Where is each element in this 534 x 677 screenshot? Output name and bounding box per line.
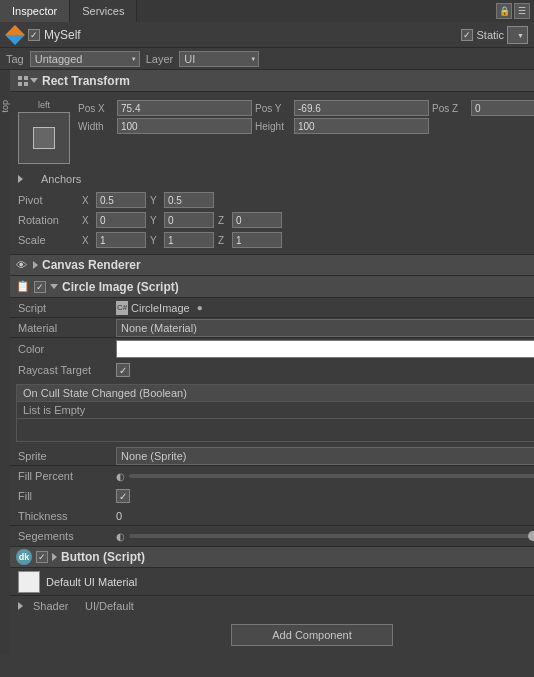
sprite-label: Sprite — [18, 450, 108, 462]
rect-transform-header[interactable]: Rect Transform ⊞ ↺ ⚙ — [10, 70, 534, 92]
btn-triangle — [52, 553, 57, 561]
anchors-triangle[interactable] — [18, 175, 23, 183]
canvas-renderer-triangle — [33, 261, 38, 269]
lock-icon[interactable]: 🔒 — [496, 3, 512, 19]
anchor-icon — [16, 74, 30, 88]
layer-dropdown[interactable]: UI — [179, 51, 259, 67]
raycast-row: Raycast Target — [10, 360, 534, 380]
tab-bar: Inspector Services 🔒 ☰ — [0, 0, 534, 22]
anchors-label: Anchors — [41, 173, 81, 185]
gameobject-active-checkbox[interactable] — [28, 29, 40, 41]
pivot-y-axis: Y — [150, 195, 162, 206]
rotation-row: Rotation X Y Z — [10, 210, 534, 230]
event-header: On Cull State Changed (Boolean) — [17, 385, 534, 402]
tag-layer-row: Tag Untagged Layer UI — [0, 48, 534, 70]
width-input[interactable] — [117, 118, 252, 134]
tab-inspector[interactable]: Inspector — [0, 0, 70, 22]
fill-checkbox[interactable] — [116, 489, 130, 503]
gameobject-name[interactable]: MySelf — [44, 28, 81, 42]
ci-active-checkbox[interactable] — [34, 281, 46, 293]
script-row: Script C# CircleImage ● — [10, 298, 534, 318]
fill-percent-slider[interactable] — [129, 474, 534, 478]
pivot-x-input[interactable] — [96, 192, 146, 208]
script-circle-icon[interactable]: ● — [197, 302, 203, 313]
sidebar-label-top: top — [0, 100, 10, 113]
material-value[interactable]: None (Material) — [116, 319, 534, 337]
pos-y-group: Pos Y — [255, 100, 429, 116]
script-ref[interactable]: C# CircleImage ● — [116, 301, 203, 315]
thickness-label: Thickness — [18, 510, 108, 522]
pivot-x-field: X — [82, 192, 146, 208]
unity-logo — [6, 26, 24, 44]
event-footer: + − — [17, 418, 534, 441]
pivot-widget[interactable] — [18, 112, 70, 164]
pos-x-label: Pos X — [78, 103, 114, 114]
rotation-label: Rotation — [18, 214, 78, 226]
rect-transform-title: Rect Transform — [42, 74, 130, 88]
scale-row: Scale X Y Z — [10, 230, 534, 250]
canvas-renderer-header[interactable]: 👁 Canvas Renderer ⊞ ↺ ⚙ — [10, 254, 534, 276]
eye-icon: 👁 — [16, 259, 27, 271]
raycast-checkbox[interactable] — [116, 363, 130, 377]
pos-z-group: Pos Z — [432, 100, 534, 116]
pivot-y-input[interactable] — [164, 192, 214, 208]
circle-image-title: Circle Image (Script) — [62, 280, 179, 294]
scale-z-input[interactable] — [232, 232, 282, 248]
material-section: Default UI Material ⊞ ⚙ Shader UI/Defaul… — [10, 568, 534, 616]
segments-thumb[interactable] — [528, 531, 534, 541]
shader-label: Shader — [33, 600, 79, 612]
static-checkbox[interactable] — [461, 29, 473, 41]
static-label: Static — [476, 29, 504, 41]
segments-slider[interactable] — [129, 534, 534, 538]
raycast-label: Raycast Target — [18, 364, 108, 376]
scale-y-axis: Y — [150, 235, 162, 246]
shader-row: Shader UI/Default UI/Default — [10, 596, 534, 616]
thickness-row: Thickness 0 — [10, 506, 534, 526]
pos-y-input[interactable] — [294, 100, 429, 116]
button-script-header[interactable]: dk Button (Script) ⊞ ↺ ⚙ — [10, 546, 534, 568]
menu-icon[interactable]: ☰ — [514, 3, 530, 19]
scale-x-input[interactable] — [96, 232, 146, 248]
tag-dropdown[interactable]: Untagged — [30, 51, 140, 67]
rotation-y-axis: Y — [150, 215, 162, 226]
anchors-row: Anchors — [10, 168, 534, 190]
add-component-button[interactable]: Add Component — [231, 624, 393, 646]
material-name: Default UI Material — [46, 576, 534, 588]
tab-services[interactable]: Services — [70, 0, 137, 22]
rotation-z-input[interactable] — [232, 212, 282, 228]
tag-label: Tag — [6, 53, 24, 65]
scale-y-input[interactable] — [164, 232, 214, 248]
height-group: Height — [255, 118, 429, 134]
static-dropdown[interactable] — [507, 26, 528, 44]
dk-icon: dk — [16, 549, 32, 565]
color-row: Color ✏ — [10, 338, 534, 360]
svg-rect-3 — [24, 82, 28, 86]
pivot-label: Pivot — [18, 194, 78, 206]
rotation-y-input[interactable] — [164, 212, 214, 228]
pos-z-input[interactable] — [471, 100, 534, 116]
rotation-y-field: Y — [150, 212, 214, 228]
segments-label: Segements — [18, 530, 108, 542]
script-file-icon: C# — [116, 301, 128, 315]
button-script-title: Button (Script) — [61, 550, 145, 564]
pos-y-label: Pos Y — [255, 103, 291, 114]
height-input[interactable] — [294, 118, 429, 134]
material-label: Material — [18, 322, 108, 334]
sprite-value[interactable]: None (Sprite) — [116, 447, 534, 465]
svg-rect-2 — [18, 82, 22, 86]
scale-z-axis: Z — [218, 235, 230, 246]
circle-image-content: Script C# CircleImage ● Material None (M… — [10, 298, 534, 546]
rotation-x-input[interactable] — [96, 212, 146, 228]
scale-z-field: Z — [218, 232, 282, 248]
color-swatch[interactable] — [116, 340, 534, 358]
left-sidebar: top — [0, 70, 10, 654]
pos-x-input[interactable] — [117, 100, 252, 116]
circle-image-header[interactable]: 📋 Circle Image (Script) ⊞ ↺ ⚙ — [10, 276, 534, 298]
event-section: On Cull State Changed (Boolean) List is … — [16, 384, 534, 442]
btn-active-checkbox[interactable] — [36, 551, 48, 563]
scale-y-field: Y — [150, 232, 214, 248]
thickness-value: 0 — [116, 510, 534, 522]
layer-label: Layer — [146, 53, 174, 65]
color-label: Color — [18, 343, 108, 355]
fill-label: Fill — [18, 490, 108, 502]
